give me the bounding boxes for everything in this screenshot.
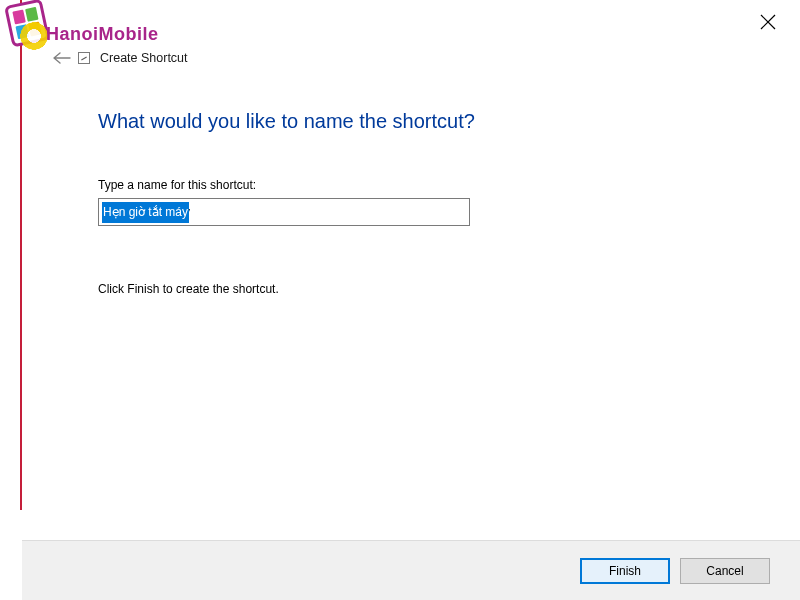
dialog-footer: Finish Cancel: [22, 540, 800, 600]
close-icon: [760, 14, 776, 30]
finish-button[interactable]: Finish: [580, 558, 670, 584]
shortcut-icon: [78, 52, 90, 64]
shortcut-name-input[interactable]: [98, 198, 470, 226]
watermark-phone-icon: [4, 0, 50, 47]
watermark-logo: HanoiMobile: [0, 0, 170, 80]
watermark-brand-text: HanoiMobile: [46, 24, 159, 45]
finish-hint: Click Finish to create the shortcut.: [98, 282, 279, 296]
cancel-button[interactable]: Cancel: [680, 558, 770, 584]
back-arrow-icon: [53, 52, 71, 64]
left-accent-bar: [20, 0, 22, 510]
wizard-title: Create Shortcut: [100, 51, 188, 65]
page-heading: What would you like to name the shortcut…: [98, 110, 475, 133]
back-button[interactable]: [52, 50, 72, 66]
name-field-label: Type a name for this shortcut:: [98, 178, 256, 192]
wizard-header: Create Shortcut: [52, 50, 188, 66]
close-button[interactable]: [760, 14, 776, 30]
